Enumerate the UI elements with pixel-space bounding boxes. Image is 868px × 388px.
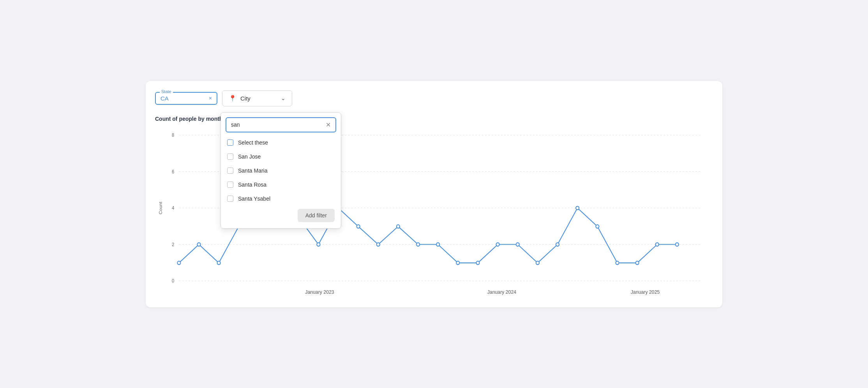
dot-20	[616, 261, 619, 265]
san-jose-checkbox[interactable]	[227, 153, 233, 160]
city-pin-icon: 📍	[229, 95, 236, 102]
dot-17	[556, 243, 559, 246]
dot-0	[177, 261, 180, 265]
city-filter[interactable]: 📍 City ⌄	[222, 90, 292, 106]
city-search-input[interactable]	[231, 122, 326, 128]
city-filter-label: City	[240, 95, 277, 102]
dot-11	[436, 243, 439, 246]
select-these-label: Select these	[238, 139, 268, 146]
clear-state-icon[interactable]: ×	[209, 95, 212, 101]
state-value: CA	[161, 95, 169, 102]
search-clear-icon[interactable]: ✕	[326, 121, 331, 129]
add-filter-button[interactable]: Add filter	[298, 209, 335, 222]
y-axis-title: Count	[158, 201, 163, 214]
dot-23	[676, 243, 679, 246]
dot-8	[377, 243, 380, 246]
santa-rosa-checkbox[interactable]	[227, 182, 233, 188]
x-label-jan2023: January 2023	[305, 289, 334, 295]
dot-22	[656, 243, 659, 246]
y-label-4: 4	[172, 205, 175, 210]
dot-2	[217, 261, 221, 265]
dot-12	[456, 261, 459, 265]
state-filter[interactable]: State CA ×	[155, 92, 217, 105]
dot-10	[416, 243, 420, 246]
dot-18	[576, 206, 579, 210]
city-item-san-jose[interactable]: San Jose	[221, 150, 341, 164]
main-container: State CA × 📍 City ⌄ ✕ Select these Sa	[146, 81, 722, 307]
filters-row: State CA × 📍 City ⌄	[155, 90, 713, 106]
santa-maria-checkbox[interactable]	[227, 168, 233, 174]
city-item-santa-maria[interactable]: Santa Maria	[221, 164, 341, 178]
dot-15	[516, 243, 519, 246]
santa-maria-label: Santa Maria	[238, 168, 267, 174]
dot-13	[476, 261, 479, 265]
city-item-santa-rosa[interactable]: Santa Rosa	[221, 178, 341, 192]
y-label-8: 8	[172, 132, 174, 138]
dot-1	[197, 243, 200, 246]
city-dropdown-panel: ✕ Select these San Jose Santa Maria Sant…	[221, 112, 341, 229]
y-label-6: 6	[172, 169, 174, 174]
x-label-jan2024: January 2024	[487, 289, 516, 295]
select-these-checkbox[interactable]	[227, 139, 233, 146]
dot-19	[596, 224, 599, 228]
dot-5	[317, 243, 320, 246]
santa-rosa-label: Santa Rosa	[238, 182, 266, 188]
x-label-jan2025: January 2025	[631, 289, 660, 295]
dot-9	[397, 224, 400, 228]
x-axis-title: Created At: Month	[421, 296, 459, 298]
select-these-item[interactable]: Select these	[221, 136, 341, 150]
san-jose-label: San Jose	[238, 153, 261, 160]
y-label-2: 2	[172, 242, 174, 247]
santa-ysabel-checkbox[interactable]	[227, 196, 233, 202]
chevron-down-icon: ⌄	[281, 95, 286, 101]
dot-21	[636, 261, 639, 265]
y-label-0: 0	[172, 278, 175, 283]
dot-16	[536, 261, 539, 265]
add-filter-row: Add filter	[221, 206, 341, 222]
santa-ysabel-label: Santa Ysabel	[238, 196, 270, 202]
dot-7	[357, 224, 360, 228]
state-filter-inner: CA ×	[161, 95, 212, 102]
dot-14	[496, 243, 499, 246]
state-filter-label: State	[160, 89, 173, 94]
city-item-santa-ysabel[interactable]: Santa Ysabel	[221, 192, 341, 206]
city-search-box: ✕	[226, 117, 336, 132]
